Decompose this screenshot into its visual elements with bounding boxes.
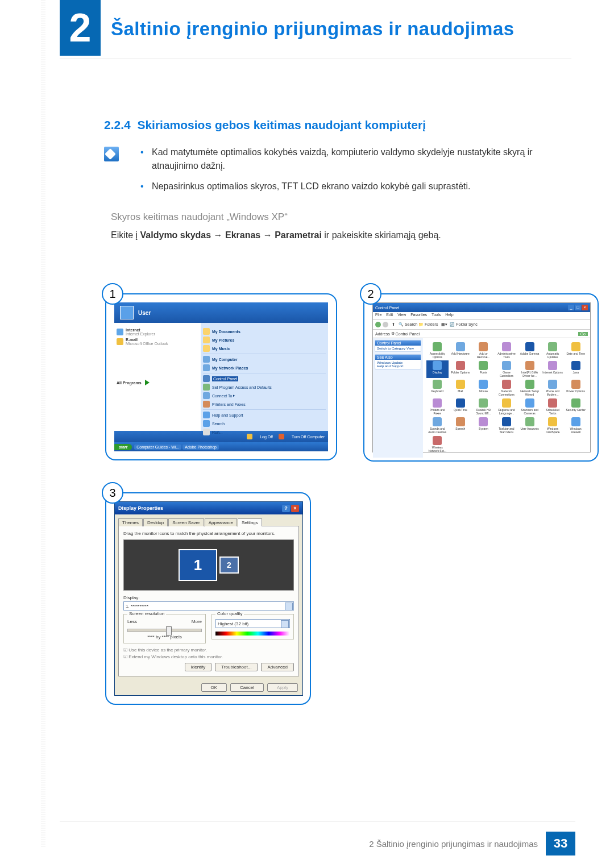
avatar [120,306,134,319]
all-programs[interactable]: All Programs [117,380,198,385]
cancel-button[interactable]: Cancel [230,683,264,692]
control-panel-item[interactable]: Administrative Tools [496,342,518,359]
cp-item-icon [548,417,557,426]
tab-screensaver[interactable]: Screen Saver [168,518,204,526]
folders-button[interactable]: 📁 Folders [418,322,438,327]
monitor-1[interactable]: 1 [179,549,217,581]
menu-tools[interactable]: Tools [432,313,441,317]
control-panel-item[interactable]: User Accounts [518,417,541,434]
identify-button[interactable]: Identify [185,663,212,671]
menu-favorites[interactable]: Favorites [410,313,427,317]
control-panel-item[interactable]: Power Options [565,379,587,397]
extend-desktop-checkbox[interactable]: Extend my Windows desktop onto this moni… [123,654,294,659]
close-button[interactable]: × [291,505,299,512]
control-panel-item[interactable]: Phone and Modem... [542,379,564,397]
chevron-down-icon[interactable] [285,603,293,610]
back-button-icon[interactable] [375,322,381,327]
search-button[interactable]: 🔍 Search [399,322,417,327]
address-value[interactable]: Control Panel [396,332,420,336]
subheading: Skyros keitimas naudojant „Windows XP“ [111,211,571,223]
help-button[interactable]: ? [282,505,290,512]
switch-category-link[interactable]: Switch to Category View [375,346,421,351]
control-panel-item[interactable]: Windows Firewall [565,417,587,434]
tabs-row: Themes Desktop Screen Saver Appearance S… [115,514,302,526]
resolution-slider[interactable] [127,629,202,632]
color-quality-select[interactable]: Highest (32 bit) [215,619,290,628]
ok-button[interactable]: OK [201,683,227,692]
up-icon[interactable]: ⬆ [392,322,395,327]
control-panel-item[interactable]: Date and Time [565,342,587,359]
control-panel-item[interactable]: Taskbar and Start Menu [496,417,518,434]
taskbar-item[interactable]: Adobe Photoshop [182,445,219,450]
control-panel-item[interactable]: Wireless Network Set... [426,435,449,453]
path-step-3: Parametrai [275,230,322,240]
control-panel-item[interactable]: Sounds and Audio Devices [426,417,449,434]
control-panel-item[interactable]: Windows CardSpace [542,417,564,434]
control-panel-item[interactable]: Mail [450,379,472,397]
apply-button[interactable]: Apply [267,683,298,692]
menu-edit[interactable]: Edit [386,313,393,317]
taskbar-item[interactable]: Computer Guides - Wi... [134,445,181,450]
maximize-button[interactable]: □ [575,305,581,310]
control-panel-item[interactable]: Network Setup Wizard [518,379,541,397]
email-label[interactable]: E-mail [126,338,138,342]
control-panel-item[interactable]: Speech [450,417,472,434]
turnoff-button[interactable]: Turn Off Computer [279,434,325,439]
monitor-arrangement[interactable]: 1 2 [123,539,294,591]
monitor-2[interactable]: 2 [219,556,239,574]
control-panel-item[interactable]: Scheduled Tasks [542,398,564,416]
troubleshoot-button[interactable]: Troubleshoot... [215,663,258,671]
views-icon[interactable]: ▦▾ [441,322,447,327]
close-button[interactable]: × [582,305,588,310]
control-panel-item[interactable]: Intel(R) GMA Driver for... [518,360,541,378]
control-panel-item[interactable]: Mouse [472,379,495,397]
control-panel-item[interactable]: Scanners and Cameras [518,398,541,416]
cp-item-icon [502,398,511,408]
cp-item-label: Add or Remove... [473,352,494,359]
tab-themes[interactable]: Themes [118,518,143,526]
go-button[interactable]: Go [578,332,588,336]
tab-settings[interactable]: Settings [238,518,262,526]
control-panel-item[interactable]: Display [426,360,449,378]
menu-help[interactable]: Help [445,313,453,317]
slider-thumb[interactable] [166,626,172,636]
mail-icon [117,338,123,345]
control-panel-item[interactable]: Java [565,360,587,378]
tab-appearance[interactable]: Appearance [205,518,237,526]
internet-label[interactable]: Internet [126,328,140,332]
chevron-down-icon[interactable] [281,620,289,628]
control-panel-item[interactable]: Fonts [472,360,495,378]
minimize-button[interactable]: _ [568,305,574,310]
display-select[interactable]: 1. ********** [123,601,294,610]
control-panel-item[interactable]: Internet Options [542,360,564,378]
cp-item-icon [479,361,488,370]
control-panel-item[interactable]: Keyboard [426,379,449,397]
control-panel-item[interactable]: Add Hardware [450,342,472,359]
control-panel-item[interactable]: Accessibility Options [426,342,449,359]
menu-file[interactable]: File [375,313,381,317]
control-panel-item[interactable]: Printers and Faxes [426,398,449,416]
control-panel-item[interactable]: System [472,417,495,434]
control-panel-item[interactable]: Automatic Updates [542,342,564,359]
control-panel-item[interactable]: QuickTime [450,398,472,416]
help-support-link[interactable]: Help and Support [377,364,419,368]
primary-monitor-checkbox[interactable]: Use this device as the primary monitor. [123,647,294,653]
start-button[interactable]: start [114,444,132,450]
control-panel-item[interactable]: Regional and Language... [496,398,518,416]
foldersync-button[interactable]: 🔄 Folder Sync [450,322,477,327]
forward-button-icon[interactable] [383,322,388,327]
my-pictures: My Pictures [212,338,234,342]
advanced-button[interactable]: Advanced [261,663,294,671]
tab-desktop[interactable]: Desktop [143,518,168,526]
control-panel-item[interactable]: Network Connections [496,379,518,397]
control-panel-item[interactable]: Security Center [565,398,587,416]
control-panel-item[interactable]: Adobe Gamma [518,342,541,359]
control-panel-item[interactable]: Folder Options [450,360,472,378]
cp-item-label: Taskbar and Start Menu [496,427,517,434]
control-panel-item[interactable]: Game Controllers [496,360,518,378]
control-panel-item[interactable]: Add or Remove... [472,342,495,359]
logoff-button[interactable]: Log Off [247,434,273,439]
control-panel-item[interactable]: Realtek HD Sound Eff... [472,398,495,416]
internet-sub: Internet Explorer [126,332,155,336]
menu-view[interactable]: View [397,313,406,317]
